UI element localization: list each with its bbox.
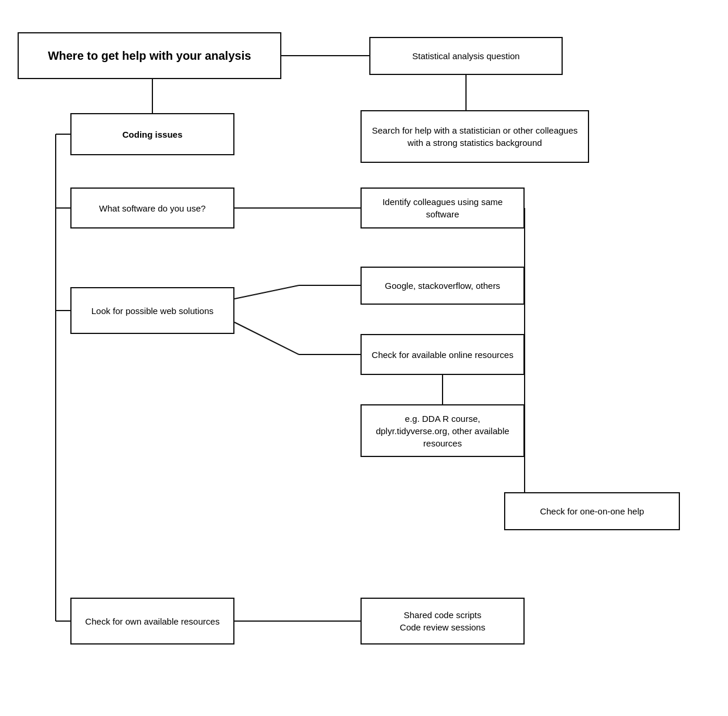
svg-line-11 bbox=[234, 285, 299, 299]
google-stackoverflow-box: Google, stackoverflow, others bbox=[360, 267, 525, 305]
check-online-resources-box: Check for available online resources bbox=[360, 334, 525, 375]
dda-r-course-box: e.g. DDA R course, dplyr.tidyverse.org, … bbox=[360, 404, 525, 457]
statistical-question-box: Statistical analysis question bbox=[369, 37, 563, 75]
identify-colleagues-box: Identify colleagues using same software bbox=[360, 187, 525, 229]
what-software-box: What software do you use? bbox=[70, 187, 234, 229]
shared-code-label: Shared code scripts Code review sessions bbox=[400, 609, 485, 633]
check-own-resources-box: Check for own available resources bbox=[70, 598, 234, 645]
search-statistician-box: Search for help with a statistician or o… bbox=[360, 110, 589, 163]
diagram-container: Where to get help with your analysis Sta… bbox=[0, 0, 728, 716]
main-title-box: Where to get help with your analysis bbox=[18, 32, 281, 79]
svg-line-13 bbox=[234, 322, 299, 354]
shared-code-box: Shared code scripts Code review sessions bbox=[360, 598, 525, 645]
coding-issues-box: Coding issues bbox=[70, 113, 234, 155]
look-web-box: Look for possible web solutions bbox=[70, 287, 234, 334]
one-on-one-box: Check for one-on-one help bbox=[504, 492, 680, 530]
